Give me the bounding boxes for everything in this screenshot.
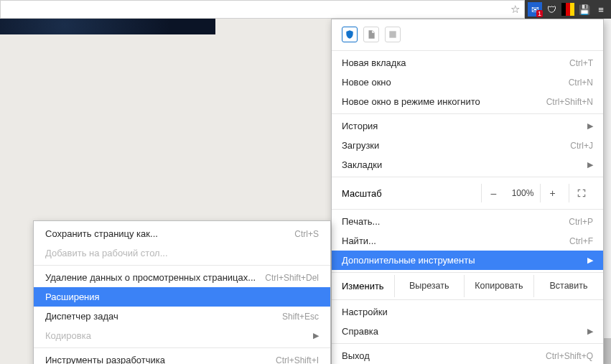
menu-item-shortcut: Ctrl+Shift+I (276, 355, 319, 365)
menu-print[interactable]: Печать... Ctrl+P (332, 212, 603, 231)
menu-item-label: Печать... (342, 216, 569, 227)
edit-copy-button[interactable]: Копировать (464, 275, 533, 297)
menu-item-label: Диспетчер задач (45, 311, 282, 322)
submenu-save-as[interactable]: Сохранить страницу как... Ctrl+S (34, 224, 330, 243)
menu-item-label: Расширения (45, 291, 319, 302)
menu-history[interactable]: История ▶ (332, 116, 603, 136)
menu-item-shortcut: Ctrl+N (569, 78, 593, 88)
fullscreen-button[interactable] (569, 184, 593, 202)
menu-item-label: Дополнительные инструменты (342, 255, 582, 266)
edit-cut-button[interactable]: Вырезать (394, 275, 464, 297)
edit-label: Изменить (332, 275, 394, 297)
menu-item-shortcut: Ctrl+J (570, 141, 593, 151)
menu-incognito[interactable]: Новое окно в режиме инкогнито Ctrl+Shift… (332, 92, 603, 111)
menu-separator (332, 209, 603, 210)
menu-item-label: Справка (342, 326, 582, 337)
adblock-extension-icon[interactable]: 🛡︎ (544, 2, 559, 17)
menu-exit[interactable]: Выход Ctrl+Shift+Q (332, 346, 603, 364)
menu-item-label: Новая вкладка (342, 57, 569, 68)
submenu-add-to-desktop: Добавить на рабочий стол... (34, 243, 330, 263)
pdf-app-icon[interactable] (363, 27, 379, 42)
menu-item-label: Новое окно (342, 77, 569, 88)
zoom-value: 100% (505, 188, 540, 198)
menu-item-shortcut: Ctrl+P (569, 217, 593, 227)
menu-item-label: Инструменты разработчика (45, 355, 276, 364)
chevron-right-icon: ▶ (313, 331, 319, 340)
menu-settings[interactable]: Настройки (332, 302, 603, 322)
menu-new-window[interactable]: Новое окно Ctrl+N (332, 73, 603, 92)
chrome-menu-icon[interactable]: ≡ (594, 2, 608, 17)
menu-item-shortcut: Ctrl+T (569, 58, 593, 68)
menu-separator (332, 50, 603, 51)
menu-item-label: Сохранить страницу как... (45, 228, 294, 239)
menu-edit-row: Изменить Вырезать Копировать Вставить (332, 275, 603, 297)
menu-item-shortcut: Ctrl+S (294, 229, 319, 239)
menu-separator (34, 347, 330, 348)
menu-separator (332, 177, 603, 177)
menu-find[interactable]: Найти... Ctrl+F (332, 231, 603, 251)
bookmark-star-icon[interactable]: ☆ (510, 3, 520, 16)
menu-downloads[interactable]: Загрузки Ctrl+J (332, 136, 603, 155)
menu-item-shortcut: Ctrl+Shift+Q (546, 351, 593, 361)
menu-separator (332, 299, 603, 300)
menu-new-tab[interactable]: Новая вкладка Ctrl+T (332, 53, 603, 73)
zoom-out-button[interactable]: – (481, 184, 505, 202)
menu-item-label: Новое окно в режиме инкогнито (342, 96, 546, 107)
flag-extension-icon[interactable] (561, 2, 575, 17)
edit-paste-button[interactable]: Вставить (533, 275, 603, 297)
menu-item-label: История (342, 121, 582, 131)
omnibox[interactable]: ☆ (0, 0, 525, 19)
menu-item-label: Выход (342, 350, 546, 361)
menu-item-label: Удаление данных о просмотренных страница… (45, 272, 265, 283)
menu-separator (332, 113, 603, 114)
menu-separator (332, 343, 603, 344)
menu-item-shortcut: Ctrl+F (569, 236, 593, 246)
generic-app-icon[interactable] (385, 27, 401, 42)
menu-item-shortcut: Ctrl+Shift+Del (265, 273, 319, 283)
shield-app-icon[interactable] (342, 27, 358, 42)
page-content-sliver (0, 19, 215, 34)
menu-item-shortcut: Ctrl+Shift+N (546, 97, 593, 107)
menu-help[interactable]: Справка ▶ (332, 322, 603, 341)
menu-item-shortcut: Shift+Esc (282, 312, 319, 322)
submenu-dev-tools[interactable]: Инструменты разработчика Ctrl+Shift+I (34, 350, 330, 364)
submenu-extensions[interactable]: Расширения (34, 287, 330, 307)
submenu-task-manager[interactable]: Диспетчер задач Shift+Esc (34, 307, 330, 326)
chevron-right-icon: ▶ (587, 256, 593, 265)
chrome-main-menu: Новая вкладка Ctrl+T Новое окно Ctrl+N Н… (331, 19, 604, 364)
menu-item-label: Загрузки (342, 140, 570, 151)
menu-more-tools[interactable]: Дополнительные инструменты ▶ (332, 251, 603, 270)
menu-separator (34, 265, 330, 266)
page-scrollbar[interactable] (604, 19, 611, 364)
mail-extension-icon[interactable]: ✉ 1 (528, 2, 542, 17)
submenu-encoding[interactable]: Кодировка ▶ (34, 326, 330, 345)
menu-item-label: Закладки (342, 159, 582, 170)
svg-rect-0 (389, 31, 396, 37)
chevron-right-icon: ▶ (587, 160, 593, 169)
submenu-clear-data[interactable]: Удаление данных о просмотренных страница… (34, 268, 330, 287)
browser-toolbar: ☆ ✉ 1 🛡︎ 💾 ≡ (0, 0, 611, 19)
menu-item-label: Найти... (342, 235, 569, 246)
menu-item-label: Настройки (342, 307, 593, 317)
menu-zoom-row: Масштаб – 100% + (332, 179, 603, 207)
more-tools-submenu: Сохранить страницу как... Ctrl+S Добавит… (33, 220, 331, 364)
app-shortcuts-row (332, 19, 603, 48)
chevron-right-icon: ▶ (587, 327, 593, 336)
zoom-label: Масштаб (342, 188, 481, 199)
save-extension-icon[interactable]: 💾 (577, 2, 592, 17)
menu-separator (332, 272, 603, 273)
extension-strip: ✉ 1 🛡︎ 💾 ≡ (525, 0, 611, 19)
zoom-in-button[interactable]: + (540, 184, 564, 202)
menu-item-label: Кодировка (45, 330, 307, 341)
menu-bookmarks[interactable]: Закладки ▶ (332, 155, 603, 174)
chevron-right-icon: ▶ (587, 121, 593, 131)
mail-badge: 1 (536, 10, 543, 17)
menu-item-label: Добавить на рабочий стол... (45, 248, 319, 258)
scrollbar-thumb[interactable] (604, 338, 611, 364)
